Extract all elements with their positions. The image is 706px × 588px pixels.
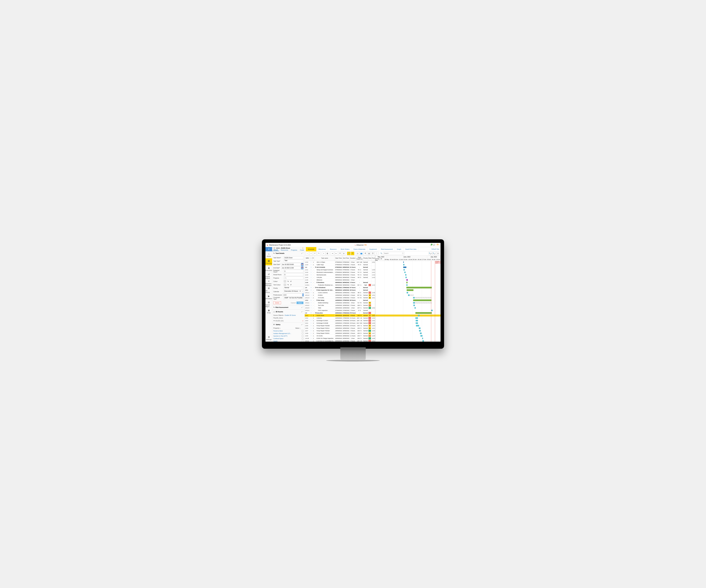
priority-select[interactable]: Normal xyxy=(284,287,304,290)
checkbox[interactable] xyxy=(302,330,304,332)
gantt-bar[interactable] xyxy=(413,297,415,298)
cloud-sync-icon[interactable]: ☁ xyxy=(430,244,432,246)
default-view-link[interactable]: Default View xyxy=(432,248,439,250)
link-button[interactable]: 🔗 xyxy=(347,252,350,255)
main-tab-schedule[interactable]: Schedule xyxy=(306,247,316,251)
add-icon[interactable]: + xyxy=(310,322,312,324)
gantt-bar[interactable] xyxy=(403,261,404,263)
gantt-bar[interactable] xyxy=(406,279,408,281)
task-row[interactable]: 1.6.1+1D1201 Drum18/06/202218/06/20229 h… xyxy=(305,314,375,317)
task-row[interactable]: 1.4.5+-Milestone09/06/202209/06/20220 ho… xyxy=(305,279,375,281)
risk-header[interactable]: ✎Risk Assessment⤢ ˄ xyxy=(272,305,305,309)
colour-swatch[interactable] xyxy=(284,280,286,282)
add-column-icon[interactable]: + xyxy=(310,256,312,261)
task-row[interactable]: 1.5.2.3+-Toilet15/06/202216/06/20221 hou… xyxy=(305,307,375,309)
task-row[interactable]: 1.4.4+-Civil jobs08/06/202209/06/20225 h… xyxy=(305,276,375,279)
main-tab-parts---materials[interactable]: Parts & Materials xyxy=(352,247,367,251)
task-row[interactable]: 1.6.10+1E1301 N1 Flange Inspection20/06/… xyxy=(305,337,375,340)
task-row[interactable]: 1.4.2+-Electrical & Instrumentation ...0… xyxy=(305,271,375,274)
gantt-bar[interactable] xyxy=(418,315,420,316)
zoom-fit-button[interactable]: ⊡ xyxy=(436,252,440,255)
edit-icon[interactable]: ✎ xyxy=(287,284,289,286)
gantt-bar[interactable] xyxy=(423,340,424,342)
expand-icon[interactable]: ⤢ ˅ xyxy=(301,324,304,325)
task-row[interactable]: 1.5.2.2+-Tool Cribs14/06/202215/06/20225… xyxy=(305,304,375,307)
main-tab-graph[interactable]: Graph xyxy=(395,247,403,251)
add-icon[interactable]: + xyxy=(310,279,312,281)
gantt-bar[interactable] xyxy=(419,330,421,332)
checkbox[interactable] xyxy=(302,338,304,339)
gantt-bar[interactable] xyxy=(416,325,419,326)
baseline-button[interactable]: ◷ xyxy=(356,252,359,255)
task-row[interactable]: 1.5.1+-⊟Site Inspection for Veri...09/06… xyxy=(305,289,375,291)
main-tab-risk-assessment[interactable]: Risk Assessment xyxy=(379,247,395,251)
cancel-button[interactable]: Cancel xyxy=(291,302,296,304)
hardhat-icon[interactable]: ⛑ xyxy=(437,243,439,246)
add-icon[interactable]: + xyxy=(310,281,312,284)
move-down-button[interactable]: ⇊ xyxy=(342,252,346,255)
add-icon[interactable]: + xyxy=(310,274,312,276)
gantt-bar[interactable] xyxy=(403,269,405,270)
task-row[interactable]: 1.3.3+1Cable Trays07/06/202207/06/20224 … xyxy=(305,263,375,266)
add-icon[interactable]: + xyxy=(310,289,312,291)
add-icon[interactable]: + xyxy=(310,317,312,319)
task-row[interactable]: 1.4.6+-⊟Shutdown09/06/202209/06/20225 ho… xyxy=(305,281,375,284)
clear-search-icon[interactable]: ⓧ xyxy=(402,252,403,254)
task-row[interactable]: 1.6.9+1HX E130119/06/202220/06/202211 ho… xyxy=(305,335,375,337)
checkbox[interactable] xyxy=(302,335,304,337)
add-icon[interactable]: + xyxy=(310,294,312,296)
task-row[interactable]: 1.5.1.2+1E1302A10/06/202210/06/20226 hou… xyxy=(305,294,375,296)
task-row[interactable]: 1.5+-⊟Pre-Shutdown09/06/202227/06/202297… xyxy=(305,286,375,289)
task-row[interactable]: 1.5.2.1+-Mobile Workshop14/06/202215/06/… xyxy=(305,301,375,304)
sort-icon[interactable]: ↑↓ xyxy=(299,327,301,329)
task-row[interactable]: 1.6.6+1Pump Repair P1501A18/06/202219/06… xyxy=(305,327,375,330)
gantt-bar[interactable] xyxy=(403,266,406,268)
actual-input[interactable] xyxy=(284,273,304,276)
nav-planning[interactable]: ▦Planning xyxy=(266,258,272,265)
redo-button[interactable]: ↷ xyxy=(317,252,320,255)
calendar-select[interactable]: Execution 24 Hours✕⌵ xyxy=(284,290,304,293)
expand-icon[interactable]: ⤢ ˄ xyxy=(301,307,304,308)
task-row[interactable]: 1.3.2+1150-A-3 Pipes07/06/202207/06/2022… xyxy=(305,261,375,263)
add-icon[interactable]: + xyxy=(310,286,312,289)
gantt-bar[interactable] xyxy=(406,284,407,286)
add-icon[interactable]: + xyxy=(310,307,312,309)
add-icon[interactable]: + xyxy=(310,268,312,271)
gantt-bar[interactable] xyxy=(420,333,422,334)
detail-tab-detail[interactable]: Detail xyxy=(272,249,279,251)
delete-button[interactable]: 🗑 xyxy=(326,252,329,255)
gantt-bar[interactable] xyxy=(416,318,418,319)
gantt-bar[interactable] xyxy=(407,292,408,293)
start-date-input[interactable] xyxy=(281,263,301,266)
task-details-header[interactable]: ✎ Task Details ⤢ ˅ xyxy=(272,251,305,255)
add-icon[interactable]: + xyxy=(310,301,312,304)
gantt-bar[interactable] xyxy=(405,277,407,278)
edit-icon[interactable]: ✎ xyxy=(287,281,289,282)
add-icon[interactable]: + xyxy=(310,263,312,266)
resources-button[interactable]: 👥 xyxy=(360,252,363,255)
gantt-bar[interactable] xyxy=(421,335,423,337)
budget-input[interactable] xyxy=(284,270,304,272)
task-row[interactable]: 1.4+-⊟Job Schedule07/06/202209/06/202221… xyxy=(305,266,375,268)
task-row[interactable]: 1.6.3+1Exchanger E1302A16/06/202217/06/2… xyxy=(305,319,375,322)
eye-icon[interactable]: 👁 xyxy=(273,320,275,322)
delete-button[interactable]: Delete xyxy=(273,301,281,304)
main-tab-work-orders[interactable]: Work Orders xyxy=(339,247,352,251)
gantt-bar[interactable] xyxy=(414,305,415,306)
detail-tab-costs[interactable]: Costs xyxy=(299,249,305,251)
search-input[interactable]: ⓧ xyxy=(383,252,404,255)
task-row[interactable]: 1.6.11+1D-24 Inst Air Accumulator In...2… xyxy=(305,340,375,342)
gantt-bar[interactable] xyxy=(415,307,416,308)
chat-icon[interactable]: 💬 xyxy=(433,244,435,246)
add-icon[interactable]: + xyxy=(310,296,312,299)
add-icon[interactable]: + xyxy=(310,309,312,311)
expand-icon[interactable]: ⤢ ˅ xyxy=(301,311,304,312)
add-icon[interactable]: + xyxy=(310,337,312,339)
collapse-all-button[interactable]: − xyxy=(306,252,309,255)
main-tab-milestones[interactable]: Milestones xyxy=(316,247,328,251)
add-icon[interactable]: + xyxy=(310,304,312,306)
nav-simulation[interactable]: ▶Simulation xyxy=(266,294,272,301)
nav-baseline-manager[interactable]: ≡Baseline Manager xyxy=(266,280,272,287)
text-colour-swatch[interactable] xyxy=(284,284,286,286)
gantt-bar[interactable] xyxy=(408,294,409,296)
